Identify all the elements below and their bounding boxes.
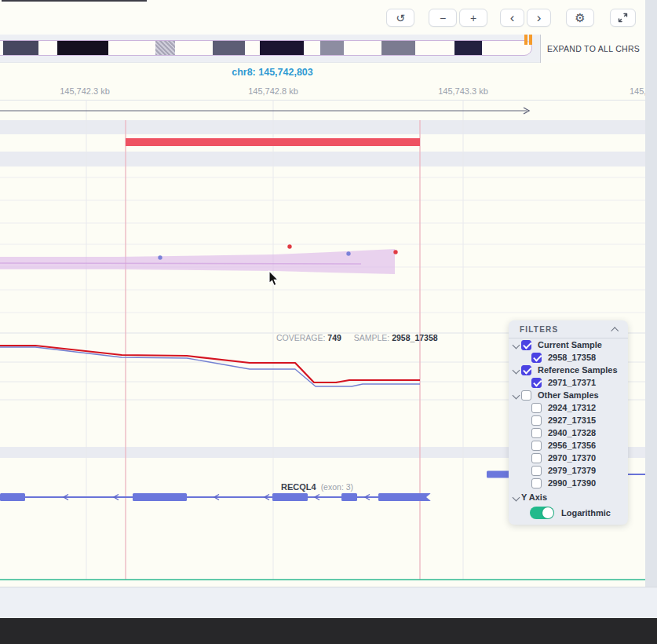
collapse-chevron-icon[interactable]	[611, 327, 619, 335]
confidence-band	[0, 249, 395, 274]
track-stripe	[0, 152, 645, 166]
checkbox[interactable]	[531, 453, 542, 463]
y-axis-section[interactable]: Y Axis	[509, 491, 628, 503]
chevron-left-icon: ‹	[510, 11, 515, 24]
gears-icon: ⚙	[575, 12, 585, 24]
filter-item-label: 2958_17358	[548, 353, 596, 362]
filters-list: Current Sample2958_17358Reference Sample…	[509, 338, 628, 489]
chromosome-band	[213, 41, 245, 55]
expand-icon	[618, 13, 628, 23]
checkbox[interactable]	[531, 403, 542, 413]
locus-row: chr8: 145,742,803	[0, 63, 645, 82]
coordinate-ruler: 145,742.3 kb145,742.8 kb145,743.3 kb145,	[0, 82, 645, 100]
track-stripe	[0, 120, 645, 134]
filter-item-label: 2924_17312	[548, 403, 596, 412]
exon-box	[378, 493, 431, 501]
chrom-row-right: EXPAND TO ALL CHRS	[540, 35, 645, 63]
chevron-down-icon[interactable]	[509, 340, 521, 349]
checkbox[interactable]	[531, 478, 542, 488]
chromosome-band	[381, 41, 415, 55]
minus-icon: −	[440, 13, 446, 24]
chromosome-ideogram[interactable]	[0, 40, 532, 56]
checkbox[interactable]	[531, 466, 542, 476]
toolbar: ↺−+‹›⚙	[0, 0, 645, 35]
filter-item-2-1[interactable]: 2927_17315	[509, 414, 628, 426]
filter-item-label: 2990_17390	[548, 478, 596, 488]
filters-title: FILTERS	[520, 325, 558, 334]
filter-item-2-2[interactable]: 2940_17328	[509, 426, 628, 439]
position-marker-icon	[529, 34, 532, 45]
checkbox[interactable]	[531, 378, 542, 388]
filter-item-2-5[interactable]: 2979_17379	[509, 464, 628, 477]
filter-item-label: 2971_17371	[548, 378, 596, 387]
zoom-out-button[interactable]: −	[429, 9, 457, 27]
filter-item-1-0[interactable]: 2971_17371	[509, 376, 628, 389]
filter-item-group-2[interactable]: Other Samples	[509, 389, 628, 401]
filter-item-label: 2927_17315	[548, 415, 596, 425]
checkbox[interactable]	[531, 428, 542, 438]
toggle-knob	[542, 507, 553, 518]
filter-item-2-4[interactable]: 2970_17370	[509, 452, 628, 464]
position-marker-icon	[524, 34, 527, 45]
logarithmic-toggle[interactable]	[530, 507, 554, 519]
coverage-value: 749	[327, 333, 341, 342]
ruler-tick-label: 145,	[630, 86, 645, 96]
data-point-dot	[287, 244, 291, 248]
chromosome-band	[260, 41, 304, 55]
locus-position-label: chr8: 145,742,803	[232, 67, 313, 78]
data-point-dot	[158, 255, 162, 259]
mouse-cursor	[268, 270, 279, 287]
chromosome-ideogram-row: EXPAND TO ALL CHRS	[0, 35, 645, 63]
plus-icon: +	[470, 13, 476, 24]
filter-item-0-0[interactable]: 2958_17358	[509, 351, 628, 364]
footer-bar	[0, 618, 657, 644]
ruler-tick-label: 145,743.3 kb	[438, 86, 488, 96]
undo-icon: ↺	[396, 13, 405, 24]
pan-left-button[interactable]: ‹	[500, 9, 524, 27]
expand-to-all-chrs-button[interactable]: EXPAND TO ALL CHRS	[541, 35, 646, 63]
chromosome-band	[155, 41, 175, 55]
exon-box	[341, 493, 357, 501]
band-center-line	[0, 263, 361, 264]
data-point-dot	[393, 250, 397, 254]
settings-button[interactable]: ⚙	[566, 9, 594, 27]
right-gutter	[645, 0, 657, 587]
zoom-in-button[interactable]: +	[459, 9, 487, 27]
filter-item-label: Reference Samples	[538, 365, 618, 375]
chromosome-band	[3, 41, 38, 55]
filter-item-group-0[interactable]: Current Sample	[509, 338, 628, 351]
checkbox[interactable]	[531, 441, 542, 451]
exon-box	[133, 493, 187, 501]
fullscreen-button[interactable]	[610, 9, 636, 27]
chevron-down-icon[interactable]	[509, 492, 521, 502]
checkbox[interactable]	[521, 340, 531, 350]
filters-panel-header[interactable]: FILTERS	[509, 320, 628, 338]
chevron-down-icon[interactable]	[509, 390, 521, 400]
sample-label: SAMPLE:	[354, 333, 390, 342]
filter-item-2-0[interactable]: 2924_17312	[509, 401, 628, 414]
filter-item-label: 2956_17356	[548, 441, 596, 450]
reset-view-button[interactable]: ↺	[386, 9, 414, 27]
coverage-readout: COVERAGE: 749 SAMPLE: 2958_17358	[276, 333, 438, 342]
ruler-tick-label: 145,742.8 kb	[248, 86, 298, 96]
chromosome-band	[57, 41, 108, 55]
gene-name: RECQL4	[281, 482, 316, 492]
filter-item-2-6[interactable]: 2990_17390	[509, 477, 628, 489]
checkbox[interactable]	[521, 390, 531, 401]
filter-item-label: 2970_17370	[548, 453, 596, 463]
y-axis-label: Y Axis	[521, 492, 547, 502]
genome-browser-window: ↺−+‹›⚙ EXPAND TO ALL CHRS chr8: 145,742,…	[0, 0, 657, 644]
exon-box	[272, 493, 308, 501]
checkbox[interactable]	[521, 365, 531, 375]
checkbox[interactable]	[531, 353, 542, 363]
chevron-right-icon: ›	[537, 11, 542, 24]
chevron-down-icon[interactable]	[509, 365, 521, 375]
filter-item-group-1[interactable]: Reference Samples	[509, 364, 628, 376]
checkbox[interactable]	[531, 415, 542, 426]
pan-right-button[interactable]: ›	[527, 9, 551, 27]
filter-item-2-3[interactable]: 2956_17356	[509, 439, 628, 452]
logarithmic-label: Logarithmic	[561, 508, 611, 518]
filter-item-label: Other Samples	[538, 390, 599, 400]
bottom-strip	[0, 587, 657, 618]
chromosome-band	[320, 41, 344, 55]
